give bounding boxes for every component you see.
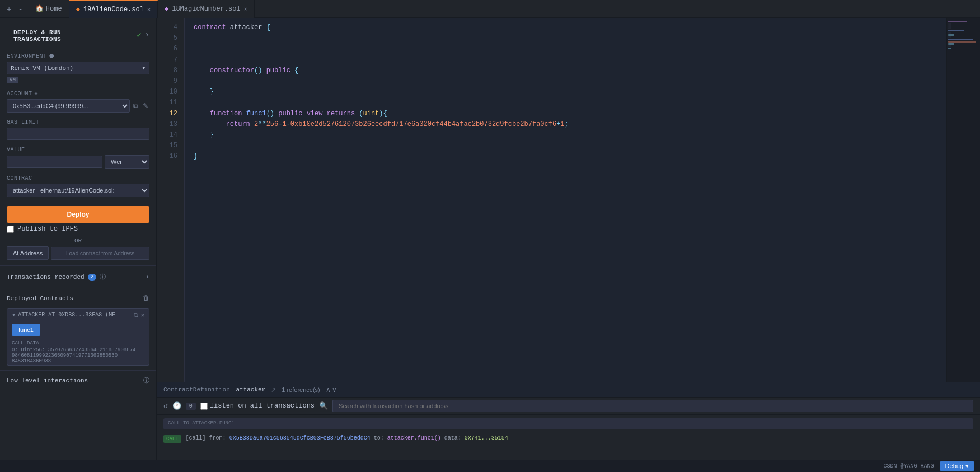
- tab-file-icon2: ◆: [165, 4, 168, 13]
- log-area: call to attacker.func1 CALL [call] from:…: [157, 415, 980, 460]
- low-level-section: Low level interactions ⓘ: [0, 373, 156, 388]
- environment-label: ENVIRONMENT ⬣: [7, 53, 149, 59]
- value-row: 0 Wei Gwei Finney Ether: [7, 155, 149, 169]
- func1-button[interactable]: func1: [12, 324, 40, 336]
- line-num-16: 16: [157, 151, 184, 162]
- call-item-label: call to attacker.func1: [168, 420, 969, 426]
- line-num-15: 15: [157, 141, 184, 151]
- account-label: ACCOUNT ⊕: [7, 90, 149, 97]
- status-bar: CSDN @YANG HANG Debug ▾: [0, 460, 980, 472]
- publish-row: Publish to IPFS: [7, 223, 149, 235]
- transactions-title: Transactions recorded 2 ⓘ: [7, 273, 106, 281]
- trash-icon[interactable]: 🗑: [143, 294, 149, 302]
- bottom-panel: ContractDefinition attacker ↗ 1 referenc…: [157, 382, 980, 460]
- main-layout: DEPLOY & RUNTRANSACTIONS ✓ › ENVIRONMENT…: [0, 18, 980, 460]
- search-box: [332, 400, 973, 412]
- env-chevron: ▾: [142, 64, 146, 72]
- tab-alien-label: 19AlienCode.sol: [83, 6, 144, 13]
- line-num-5: 5: [157, 33, 184, 44]
- publish-ipfs-checkbox[interactable]: [7, 226, 14, 233]
- tab-bar: + - 🏠 Home ◆ 19AlienCode.sol ✕ ◆ 18Magic…: [0, 0, 980, 18]
- value-section: VALUE 0 Wei Gwei Finney Ether: [0, 143, 156, 172]
- line-num-10: 10: [157, 87, 184, 97]
- line-num-6: 6: [157, 44, 184, 54]
- call-tag: CALL: [163, 435, 181, 443]
- gas-limit-input[interactable]: 3000000: [7, 128, 149, 140]
- account-info-icon: ⊕: [35, 90, 39, 97]
- transactions-recorded-section[interactable]: Transactions recorded 2 ⓘ ›: [0, 268, 156, 286]
- home-tab-label: Home: [46, 5, 62, 13]
- tab-home[interactable]: 🏠 Home: [29, 0, 69, 18]
- value-label: VALUE: [7, 147, 149, 153]
- edit-account-btn[interactable]: ✎: [142, 101, 149, 111]
- line-num-7: 7: [157, 55, 184, 66]
- bottom-toolbar: ↺ 🕐 0 listen on all transactions 🔍: [157, 398, 980, 415]
- publish-ipfs-label: Publish to IPFS: [17, 225, 78, 233]
- copy-contract-icon[interactable]: ⧉: [134, 312, 138, 319]
- low-level-title: Low level interactions: [7, 377, 88, 384]
- value-input[interactable]: 0: [7, 156, 102, 168]
- tab-magic-label: 18MagicNumber.sol: [172, 5, 240, 13]
- check-icon: ✓: [137, 30, 141, 40]
- tab-alien-code[interactable]: ◆ 19AlienCode.sol ✕: [69, 0, 158, 18]
- tab-magic-close[interactable]: ✕: [244, 6, 247, 12]
- deployed-contracts-header: Deployed Contracts 🗑: [0, 291, 156, 306]
- account-select[interactable]: 0x5B3...eddC4 (99.99999...: [7, 99, 130, 113]
- line-num-13: 13: [157, 119, 184, 130]
- load-contract-button[interactable]: Load contract from Address: [51, 247, 149, 260]
- line-num-9: 9: [157, 76, 184, 87]
- tab-alien-close[interactable]: ✕: [147, 6, 151, 13]
- environment-select[interactable]: Remix VM (London) ▾: [7, 62, 149, 74]
- search-icon[interactable]: 🔍: [319, 401, 328, 410]
- chevron-up-btn[interactable]: ∧: [326, 386, 331, 394]
- at-address-button[interactable]: At Address: [7, 246, 49, 260]
- code-content[interactable]: contract attacker { constructor() public…: [185, 18, 946, 382]
- contract-def-label: ContractDefinition attacker: [163, 386, 265, 393]
- contract-select[interactable]: attacker - ethernaut/19AlienCode.sol:: [7, 184, 149, 197]
- environment-section: ENVIRONMENT ⬣ Remix VM (London) ▾ VM: [0, 49, 156, 87]
- value-unit-select[interactable]: Wei Gwei Finney Ether: [105, 155, 149, 169]
- transactions-badge: 2: [88, 274, 96, 281]
- transactions-label: Transactions recorded: [7, 274, 85, 281]
- debug-button[interactable]: Debug ▾: [940, 461, 974, 471]
- zoom-in-btn[interactable]: +: [4, 3, 13, 15]
- listen-all-checkbox[interactable]: [200, 403, 208, 410]
- env-info-icon: ⬣: [49, 53, 55, 59]
- editor-zoom-controls: + -: [0, 3, 29, 15]
- call-detail-text: [call] from: 0x5B38Da6a701c568545dCfcB03…: [186, 435, 508, 441]
- close-contract-icon[interactable]: ✕: [140, 311, 144, 319]
- expand-icon[interactable]: ▾: [12, 311, 16, 319]
- tab-magic-number[interactable]: ◆ 18MagicNumber.sol ✕: [158, 0, 255, 18]
- deployed-contracts-title: Deployed Contracts: [7, 295, 73, 302]
- transactions-chevron: ›: [146, 273, 149, 281]
- gas-limit-label: GAS LIMIT: [7, 119, 149, 125]
- search-input[interactable]: [339, 403, 967, 409]
- chevron-controls: ∧ ∨: [326, 386, 337, 394]
- deploy-button[interactable]: Deploy: [7, 206, 149, 223]
- reference-button[interactable]: 1 reference(s): [282, 386, 320, 393]
- line-num-8: 8: [157, 66, 184, 76]
- line-num-4: 4: [157, 22, 184, 33]
- call-data-output: CALL DATA 0: uint256: 357076663774356482…: [7, 338, 149, 365]
- home-icon: 🏠: [35, 4, 44, 13]
- call-detail-row: CALL [call] from: 0x5B38Da6a701c568545dC…: [163, 433, 973, 445]
- bottom-panel-header: ContractDefinition attacker ↗ 1 referenc…: [157, 382, 980, 398]
- arrow-icon: ›: [145, 30, 149, 40]
- navigate-arrow-btn[interactable]: ↗: [271, 386, 276, 394]
- deploy-section: Deploy Publish to IPFS OR At Address Loa…: [0, 200, 156, 263]
- deployed-contract-header: ▾ ATTACKER AT 0XDB8...33FA8 (ME ⧉ ✕: [7, 309, 149, 321]
- tab-file-icon: ◆: [76, 5, 80, 13]
- or-divider: OR: [7, 235, 149, 246]
- copy-account-btn[interactable]: ⧉: [132, 101, 139, 111]
- listen-row: listen on all transactions: [200, 402, 315, 410]
- deployed-contract-item: ▾ ATTACKER AT 0XDB8...33FA8 (ME ⧉ ✕ func…: [7, 308, 149, 366]
- zoom-out-btn[interactable]: -: [17, 3, 24, 15]
- editor-area: 4 5 6 7 8 9 10 11 12 13 14 15 16 contrac…: [157, 18, 980, 460]
- debug-chevron: ▾: [965, 462, 969, 470]
- sidebar: DEPLOY & RUNTRANSACTIONS ✓ › ENVIRONMENT…: [0, 18, 157, 460]
- refresh-icon[interactable]: ↺: [163, 401, 168, 410]
- gas-limit-section: GAS LIMIT 3000000: [0, 116, 156, 143]
- listen-label: listen on all transactions: [210, 402, 315, 410]
- clock-icon[interactable]: 🕐: [172, 401, 181, 410]
- chevron-down-btn[interactable]: ∨: [332, 386, 337, 394]
